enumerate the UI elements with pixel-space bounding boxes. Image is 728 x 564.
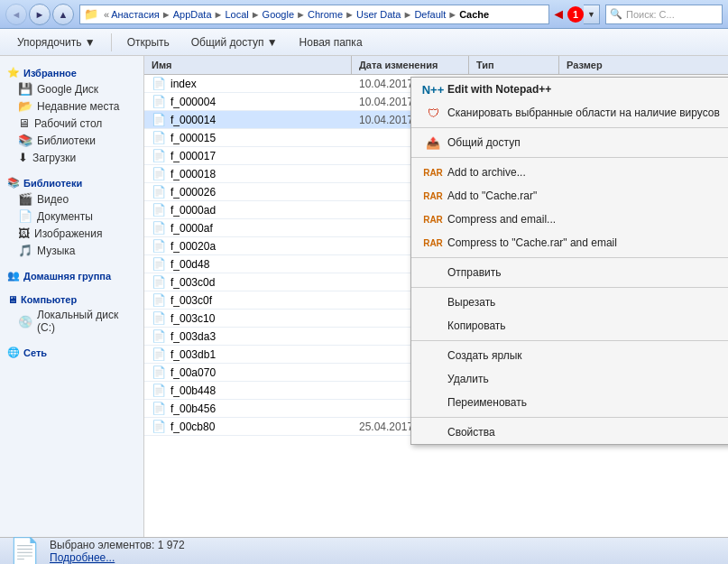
context-menu-label: Отправить (447, 266, 502, 279)
context-menu-label: Compress and email... (447, 213, 556, 226)
context-menu-label: Свойства (447, 426, 495, 439)
menu-icon (426, 295, 440, 310)
share-icon: 📤 (426, 135, 440, 150)
context-menu-item-send-to[interactable]: Отправить (411, 261, 728, 284)
rar-icon: RAR (426, 189, 440, 203)
context-menu-item-copy[interactable]: Копировать ◄ 2 (411, 314, 728, 337)
context-menu-item-share[interactable]: 📤Общий доступ (411, 131, 728, 154)
menu-icon (426, 348, 440, 363)
context-menu-label: Add to archive... (447, 166, 526, 179)
rar-icon: RAR (426, 236, 440, 250)
context-menu-separator (411, 287, 728, 288)
context-menu-item-edit-notepad[interactable]: N++Edit with Notepad++ (411, 78, 728, 101)
menu-icon (426, 425, 440, 439)
context-menu-item-rename[interactable]: Переименовать (411, 391, 728, 414)
context-menu-item-delete[interactable]: Удалить (411, 367, 728, 391)
context-menu-separator (411, 257, 728, 258)
menu-icon (426, 319, 440, 333)
rar-icon: RAR (426, 165, 440, 180)
context-menu-item-add-cache-rar[interactable]: RARAdd to "Cache.rar" (411, 184, 728, 208)
context-menu-separator (411, 417, 728, 418)
context-menu: N++Edit with Notepad++🛡Сканировать выбра… (410, 77, 728, 445)
context-menu-label: Add to "Cache.rar" (447, 190, 537, 202)
notepad-icon: N++ (426, 82, 440, 97)
context-menu-label: Edit with Notepad++ (447, 83, 551, 96)
context-menu-item-scan-virus[interactable]: 🛡Сканировать выбранные области на наличи… (411, 101, 728, 125)
context-menu-label: Копировать (447, 319, 506, 332)
context-menu-item-shortcut[interactable]: Создать ярлык (411, 344, 728, 367)
context-menu-label: Compress to "Cache.rar" and email (447, 236, 617, 249)
context-menu-separator (411, 157, 728, 158)
context-menu-item-compress-email[interactable]: RARCompress and email... (411, 208, 728, 231)
rar-icon: RAR (426, 212, 440, 227)
context-menu-label: Вырезать (447, 296, 495, 309)
context-menu-separator (411, 340, 728, 341)
context-menu-item-compress-cache-email[interactable]: RARCompress to "Cache.rar" and email (411, 231, 728, 254)
context-menu-item-add-archive[interactable]: RARAdd to archive... (411, 161, 728, 184)
context-menu-label: Общий доступ (447, 136, 521, 149)
context-menu-label: Переименовать (447, 396, 527, 409)
context-menu-label: Создать ярлык (447, 349, 522, 362)
context-menu-overlay: N++Edit with Notepad++🛡Сканировать выбра… (0, 0, 728, 564)
menu-icon (426, 395, 440, 410)
context-menu-item-cut[interactable]: Вырезать (411, 291, 728, 314)
menu-icon (426, 372, 440, 386)
context-menu-label: Удалить (447, 373, 489, 385)
shield-icon: 🛡 (426, 106, 440, 120)
context-menu-label: Сканировать выбранные области на наличие… (447, 106, 720, 119)
context-menu-separator (411, 127, 728, 128)
menu-icon (426, 265, 440, 280)
context-menu-item-properties[interactable]: Свойства (411, 421, 728, 444)
